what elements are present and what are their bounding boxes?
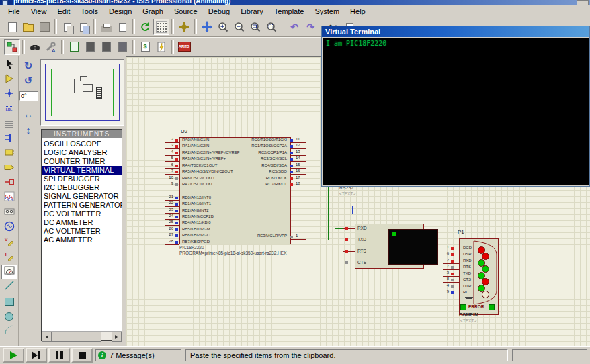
scrollbar-thumb[interactable] xyxy=(52,332,101,342)
terminal-mode-button[interactable] xyxy=(1,161,17,176)
graph-mode-button[interactable] xyxy=(1,191,17,206)
instrument-item[interactable]: AC AMMETER xyxy=(42,236,122,244)
instruments-scrollbar[interactable] xyxy=(42,331,122,340)
title-bar[interactable]: primer-85-pic18-si-sk350-usart-rs232 - I… xyxy=(0,0,590,5)
menu-debug[interactable]: Debug xyxy=(203,7,235,16)
junction-dot-mode-button[interactable] xyxy=(1,87,17,102)
menu-edit[interactable]: Edit xyxy=(52,7,75,16)
voltage-probe-mode-button[interactable]: V xyxy=(1,235,17,250)
pic18f2220-component[interactable]: U2 PIC18F2220 PROGRAM=primer-85-pic18-si… xyxy=(165,128,312,256)
step-button[interactable] xyxy=(26,348,47,363)
menu-help[interactable]: Help xyxy=(345,7,371,16)
menu-template[interactable]: Template xyxy=(269,7,310,16)
autorouter-button[interactable] xyxy=(4,39,20,55)
bus-mode-button[interactable] xyxy=(1,132,17,146)
rotate-anticlockwise-button[interactable]: ↺ xyxy=(20,74,36,87)
subcircuit-mode-button[interactable] xyxy=(1,146,17,161)
netlist-to-ares-button[interactable]: ARES xyxy=(176,39,192,55)
message-panel[interactable]: i 7 Message(s) xyxy=(95,349,181,361)
wire-rx-segment[interactable] xyxy=(328,240,343,240)
instrument-item[interactable]: DC AMMETER xyxy=(42,218,122,227)
tape-recorder-mode-button[interactable] xyxy=(1,206,17,220)
wire-tx-segment[interactable] xyxy=(335,181,335,229)
wire-tx-segment[interactable] xyxy=(335,228,343,229)
rotate-clockwise-button[interactable]: ↻ xyxy=(20,59,36,73)
menu-graph[interactable]: Graph xyxy=(137,7,169,16)
zoom-all-button[interactable] xyxy=(247,19,263,35)
instrument-item[interactable]: PATTERN GENERATOR xyxy=(42,201,122,210)
new-file-button[interactable] xyxy=(4,19,20,35)
menu-design[interactable]: Design xyxy=(103,7,137,16)
instrument-item[interactable]: VIRTUAL TERMINAL xyxy=(42,166,122,175)
scrollbar-track[interactable] xyxy=(101,332,112,340)
menu-file[interactable]: File xyxy=(3,7,26,16)
zoom-in-button[interactable] xyxy=(215,19,231,35)
virtual-terminal-component[interactable]: RXDTXDRTSCTS xyxy=(339,224,427,271)
remove-sheet-button[interactable] xyxy=(98,39,114,55)
toggle-grid-button[interactable] xyxy=(153,19,169,35)
mark-output-area-button[interactable] xyxy=(114,19,130,35)
flip-vertical-button[interactable]: ↕ xyxy=(20,124,36,137)
instrument-item[interactable]: SPI DEBUGGER xyxy=(42,175,122,183)
component-mode-button[interactable] xyxy=(1,73,17,87)
wire-rx-segment[interactable] xyxy=(328,187,329,240)
pan-button[interactable] xyxy=(199,19,215,35)
import-section-button[interactable] xyxy=(59,19,75,35)
menu-library[interactable]: Library xyxy=(235,7,269,16)
selection-mode-button[interactable] xyxy=(1,58,17,73)
redo-button[interactable]: ↷ xyxy=(302,19,319,35)
compim-component[interactable]: P1 ERROR COMPIM <TEXT> 1DCD6DSR2RXD7RTS3… xyxy=(443,229,503,323)
redraw-button[interactable] xyxy=(137,19,153,35)
design-explorer-button[interactable] xyxy=(66,39,82,55)
wire-rx-segment[interactable] xyxy=(306,187,329,187)
box-2d-button[interactable] xyxy=(1,294,17,309)
line-2d-icon xyxy=(4,280,15,293)
instrument-item[interactable]: COUNTER TIMER xyxy=(42,157,122,166)
zoom-out-button[interactable] xyxy=(231,19,247,35)
instrument-item[interactable]: LOGIC ANALYSER xyxy=(42,148,122,157)
text-script-mode-button[interactable] xyxy=(1,117,17,132)
stop-button[interactable] xyxy=(71,348,93,363)
design-overview-preview[interactable] xyxy=(40,59,124,126)
goto-sheet-button[interactable] xyxy=(114,39,130,55)
electrical-rule-check-button[interactable] xyxy=(153,39,169,55)
virtual-terminal-titlebar[interactable]: Virtual Terminal xyxy=(322,26,589,37)
pause-button[interactable] xyxy=(48,348,70,363)
instrument-item[interactable]: OSCILLOSCOPE xyxy=(42,140,122,148)
scroll-left-button[interactable] xyxy=(42,332,52,342)
scroll-right-button[interactable] xyxy=(112,332,122,342)
virtual-terminal-window[interactable]: Virtual Terminal I am PIC18F2220 xyxy=(321,26,590,187)
menu-view[interactable]: View xyxy=(26,7,52,16)
window-controls-fragment[interactable] xyxy=(577,0,589,5)
property-assignment-button[interactable]: A xyxy=(43,39,59,55)
undo-button[interactable]: ↶ xyxy=(286,19,302,35)
menu-source[interactable]: Source xyxy=(169,7,203,16)
false-origin-button[interactable] xyxy=(176,19,192,35)
flip-horizontal-button[interactable]: ↔ xyxy=(20,107,36,121)
save-design-button[interactable] xyxy=(36,19,52,35)
search-tag-button[interactable] xyxy=(27,39,43,55)
current-probe-mode-button[interactable]: I xyxy=(1,250,17,265)
new-sheet-button[interactable] xyxy=(82,39,98,55)
menu-tools[interactable]: Tools xyxy=(75,7,103,16)
generator-mode-button[interactable] xyxy=(1,220,17,235)
open-design-button[interactable] xyxy=(20,19,36,35)
export-section-button[interactable] xyxy=(75,19,91,35)
circle-2d-button[interactable] xyxy=(1,309,17,324)
instrument-item[interactable]: I2C DEBUGGER xyxy=(42,183,122,192)
bill-of-materials-button[interactable]: $ xyxy=(137,39,153,55)
print-button[interactable] xyxy=(98,19,114,35)
instrument-item[interactable]: SIGNAL GENERATOR xyxy=(42,192,122,201)
line-2d-button[interactable] xyxy=(1,279,17,294)
rotation-angle-field[interactable] xyxy=(19,91,38,101)
play-button[interactable] xyxy=(3,348,24,363)
wire-label-mode-button[interactable]: LBL xyxy=(1,102,17,117)
instrument-item[interactable]: AC VOLTMETER xyxy=(42,227,122,236)
device-pin-mode-button[interactable] xyxy=(1,176,17,191)
arc-2d-button[interactable] xyxy=(1,324,17,338)
menu-system[interactable]: System xyxy=(309,7,345,16)
instrument-item[interactable]: DC VOLTMETER xyxy=(42,210,122,218)
virtual-instrument-mode-button[interactable] xyxy=(1,265,17,279)
zoom-area-button[interactable] xyxy=(263,19,280,35)
virtual-terminal-screen[interactable]: I am PIC18F2220 xyxy=(323,38,589,185)
